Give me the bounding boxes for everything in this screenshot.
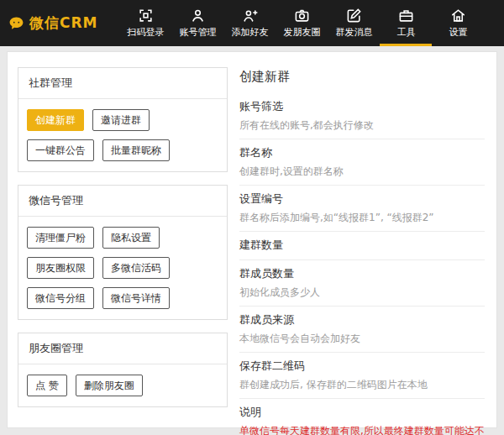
field-description: 群创建成功后, 保存群的二维码图片在本地 — [239, 378, 485, 391]
compose-icon — [346, 8, 362, 24]
field-label: 群名称 — [239, 145, 485, 160]
like-button[interactable]: 点 赞 — [27, 375, 67, 396]
brand[interactable]: 微信CRM — [8, 0, 97, 46]
page-title: 创建新群 — [239, 69, 485, 85]
nav-item-mass-message[interactable]: 群发消息 — [328, 0, 380, 46]
add-friend-icon — [242, 8, 258, 24]
field-label: 建群数量 — [239, 238, 485, 253]
field-description: 群名称后添加编号,如“线报群1”, “线报群2” — [239, 211, 485, 224]
wechat-grouping-button[interactable]: 微信号分组 — [27, 287, 94, 309]
invite-to-group-button[interactable]: 邀请进群 — [92, 109, 150, 131]
panel-body: 清理僵尸粉 隐私设置 朋友圈权限 多微信活码 微信号分组 微信号详情 — [18, 217, 227, 319]
qr-scan-icon — [138, 8, 154, 24]
nav-item-label: 账号管理 — [179, 26, 216, 39]
create-group-form: 创建新群 账号筛选 所有在线的账号,都会执行修改 群名称 创建群时,设置的群名称… — [239, 67, 485, 416]
field-account-filter: 账号筛选 所有在线的账号,都会执行修改 — [239, 93, 485, 139]
nav-item-account-management[interactable]: 账号管理 — [171, 0, 223, 46]
field-label: 设置编号 — [239, 191, 485, 207]
warning-text: 单微信号每天建群数量有限,所以最终建群数量可能达不到设置数量 — [239, 424, 485, 435]
top-nav: 微信CRM 扫码登录 账号管理 添加好友 发朋友圈 — [0, 0, 504, 46]
sidebar: 社群管理 创建新群 邀请进群 一键群公告 批量群昵称 微信号管理 清理僵尸粉 隐… — [18, 67, 228, 416]
nav-item-label: 设置 — [449, 26, 467, 39]
panel-title: 社群管理 — [18, 68, 227, 99]
wechat-details-button[interactable]: 微信号详情 — [102, 287, 170, 309]
page-content: 社群管理 创建新群 邀请进群 一键群公告 批量群昵称 微信号管理 清理僵尸粉 隐… — [7, 51, 497, 428]
field-member-count: 群成员数量 初始化成员多少人 — [239, 260, 485, 307]
panel-wechat-account-management: 微信号管理 清理僵尸粉 隐私设置 朋友圈权限 多微信活码 微信号分组 微信号详情 — [18, 185, 228, 320]
create-group-button[interactable]: 创建新群 — [27, 109, 84, 131]
field-group-count: 建群数量 — [239, 232, 485, 260]
panel-title: 朋友圈管理 — [18, 333, 227, 364]
clean-zombie-fans-button[interactable]: 清理僵尸粉 — [27, 227, 94, 249]
camera-icon — [294, 8, 310, 24]
nav-item-label: 添加好友 — [231, 26, 268, 39]
field-description: 初始化成员多少人 — [239, 286, 485, 299]
field-description: 创建群时,设置的群名称 — [239, 165, 485, 178]
nav-items: 扫码登录 账号管理 添加好友 发朋友圈 群发消息 — [119, 0, 484, 46]
brand-chat-bubble-icon — [8, 15, 24, 31]
panel-title: 微信号管理 — [18, 186, 227, 217]
field-label: 说明 — [239, 405, 485, 420]
field-label: 保存群二维码 — [239, 359, 485, 374]
panel-body: 点 赞 删除朋友圈 — [18, 364, 227, 406]
field-label: 账号筛选 — [239, 99, 485, 114]
field-set-number: 设置编号 群名称后添加编号,如“线报群1”, “线报群2” — [239, 186, 485, 232]
field-group-name: 群名称 创建群时,设置的群名称 — [239, 139, 485, 186]
user-icon — [190, 8, 206, 24]
field-note: 说明 单微信号每天建群数量有限,所以最终建群数量可能达不到设置数量 — [239, 399, 485, 435]
field-label: 群成员来源 — [239, 312, 485, 328]
field-member-source: 群成员来源 本地微信号会自动会加好友 — [239, 307, 485, 353]
multi-wechat-livecode-button[interactable]: 多微信活码 — [102, 257, 170, 279]
field-description: 所有在线的账号,都会执行修改 — [239, 118, 485, 132]
batch-group-nickname-button[interactable]: 批量群昵称 — [102, 139, 170, 161]
field-save-qrcode: 保存群二维码 群创建成功后, 保存群的二维码图片在本地 — [239, 353, 485, 399]
nav-item-label: 扫码登录 — [127, 26, 164, 39]
nav-item-tools[interactable]: 工具 — [380, 0, 432, 46]
delete-moments-button[interactable]: 删除朋友圈 — [76, 375, 143, 396]
brand-name: 微信CRM — [29, 13, 97, 33]
toolbox-icon — [398, 8, 414, 24]
panel-moments-management: 朋友圈管理 点 赞 删除朋友圈 — [18, 333, 228, 407]
field-label: 群成员数量 — [239, 266, 485, 281]
home-icon — [450, 8, 466, 24]
field-description: 本地微信号会自动会加好友 — [239, 332, 485, 345]
nav-item-label: 工具 — [396, 26, 415, 39]
nav-item-post-moments[interactable]: 发朋友圈 — [276, 0, 328, 46]
moments-permission-button[interactable]: 朋友圈权限 — [27, 257, 94, 279]
panel-body: 创建新群 邀请进群 一键群公告 批量群昵称 — [18, 99, 227, 171]
nav-item-label: 群发消息 — [335, 26, 372, 39]
nav-item-label: 发朋友圈 — [283, 26, 320, 39]
nav-item-scan-login[interactable]: 扫码登录 — [119, 0, 171, 46]
nav-item-add-friends[interactable]: 添加好友 — [223, 0, 276, 46]
group-announcement-button[interactable]: 一键群公告 — [27, 139, 94, 161]
panel-community-management: 社群管理 创建新群 邀请进群 一键群公告 批量群昵称 — [18, 67, 228, 172]
nav-item-settings[interactable]: 设置 — [432, 0, 484, 46]
privacy-settings-button[interactable]: 隐私设置 — [102, 227, 160, 249]
